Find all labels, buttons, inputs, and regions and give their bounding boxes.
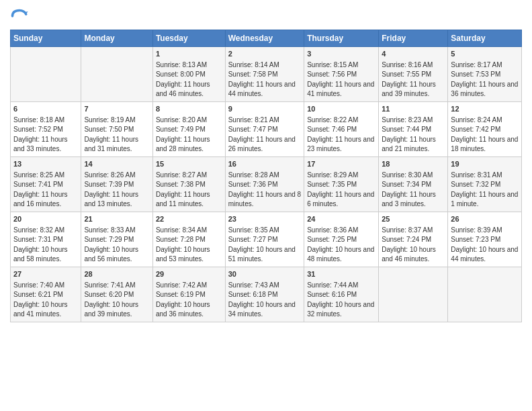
- day-number: 11: [382, 104, 445, 115]
- daylight-text: Daylight: 10 hours and 56 minutes.: [84, 245, 149, 265]
- day-number: 4: [382, 49, 445, 60]
- sunrise-text: Sunrise: 8:27 AM: [156, 171, 222, 181]
- page: SundayMondayTuesdayWednesdayThursdayFrid…: [0, 0, 532, 411]
- day-number: 28: [84, 269, 149, 280]
- daylight-text: Daylight: 10 hours and 51 minutes.: [228, 245, 302, 265]
- day-cell: 13Sunrise: 8:25 AMSunset: 7:41 PMDayligh…: [11, 156, 81, 212]
- sunset-text: Sunset: 7:38 PM: [156, 180, 222, 190]
- sunset-text: Sunset: 6:21 PM: [13, 290, 78, 300]
- sunrise-text: Sunrise: 8:26 AM: [84, 171, 149, 181]
- day-cell: 19Sunrise: 8:31 AMSunset: 7:32 PMDayligh…: [448, 156, 522, 212]
- daylight-text: Daylight: 11 hours and 16 minutes.: [13, 190, 78, 210]
- daylight-text: Daylight: 11 hours and 8 minutes.: [228, 190, 302, 210]
- day-cell: 11Sunrise: 8:23 AMSunset: 7:44 PMDayligh…: [379, 101, 448, 156]
- sunset-text: Sunset: 6:20 PM: [84, 290, 149, 300]
- day-number: 12: [451, 104, 519, 115]
- daylight-text: Daylight: 11 hours and 3 minutes.: [382, 190, 445, 210]
- daylight-text: Daylight: 11 hours and 13 minutes.: [84, 190, 149, 210]
- logo-icon: [10, 7, 29, 26]
- sunset-text: Sunset: 7:47 PM: [228, 125, 302, 135]
- sunrise-text: Sunrise: 8:21 AM: [228, 116, 302, 126]
- sunrise-text: Sunrise: 8:39 AM: [451, 226, 519, 236]
- day-cell: 16Sunrise: 8:28 AMSunset: 7:36 PMDayligh…: [225, 156, 304, 212]
- day-number: 6: [13, 104, 78, 115]
- daylight-text: Daylight: 10 hours and 36 minutes.: [156, 300, 222, 320]
- day-cell: 5Sunrise: 8:17 AMSunset: 7:53 PMDaylight…: [448, 47, 522, 102]
- sunrise-text: Sunrise: 8:35 AM: [228, 226, 302, 236]
- day-number: 31: [307, 269, 375, 280]
- daylight-text: Daylight: 11 hours and 6 minutes.: [307, 190, 375, 210]
- day-number: 9: [228, 104, 302, 115]
- col-header-sunday: Sunday: [11, 30, 81, 47]
- sunrise-text: Sunrise: 8:19 AM: [84, 116, 149, 126]
- day-number: 29: [156, 269, 222, 280]
- sunrise-text: Sunrise: 8:24 AM: [451, 116, 519, 126]
- sunrise-text: Sunrise: 8:29 AM: [307, 171, 375, 181]
- col-header-friday: Friday: [379, 30, 448, 47]
- day-cell: [379, 267, 448, 322]
- day-number: 5: [451, 49, 519, 60]
- sunset-text: Sunset: 7:34 PM: [382, 180, 445, 190]
- day-cell: 10Sunrise: 8:22 AMSunset: 7:46 PMDayligh…: [304, 101, 379, 156]
- day-cell: 25Sunrise: 8:37 AMSunset: 7:24 PMDayligh…: [379, 212, 448, 267]
- daylight-text: Daylight: 11 hours and 11 minutes.: [156, 190, 222, 210]
- day-number: 7: [84, 104, 149, 115]
- col-header-saturday: Saturday: [448, 30, 522, 47]
- day-number: 30: [228, 269, 302, 280]
- daylight-text: Daylight: 11 hours and 31 minutes.: [84, 135, 149, 154]
- week-row-5: 27Sunrise: 7:40 AMSunset: 6:21 PMDayligh…: [11, 267, 522, 322]
- day-cell: 22Sunrise: 8:34 AMSunset: 7:28 PMDayligh…: [152, 212, 225, 267]
- day-number: 1: [156, 49, 222, 60]
- sunset-text: Sunset: 7:41 PM: [13, 180, 78, 190]
- day-cell: 21Sunrise: 8:33 AMSunset: 7:29 PMDayligh…: [81, 212, 152, 267]
- day-cell: 23Sunrise: 8:35 AMSunset: 7:27 PMDayligh…: [225, 212, 304, 267]
- daylight-text: Daylight: 11 hours and 41 minutes.: [307, 80, 375, 99]
- day-cell: 26Sunrise: 8:39 AMSunset: 7:23 PMDayligh…: [448, 212, 522, 267]
- day-cell: 20Sunrise: 8:32 AMSunset: 7:31 PMDayligh…: [11, 212, 81, 267]
- daylight-text: Daylight: 10 hours and 58 minutes.: [13, 245, 78, 265]
- col-header-thursday: Thursday: [304, 30, 379, 47]
- sunset-text: Sunset: 7:36 PM: [228, 180, 302, 190]
- sunrise-text: Sunrise: 8:36 AM: [307, 226, 375, 236]
- daylight-text: Daylight: 10 hours and 39 minutes.: [84, 300, 149, 320]
- sunrise-text: Sunrise: 7:43 AM: [228, 281, 302, 291]
- sunset-text: Sunset: 7:31 PM: [13, 235, 78, 245]
- sunset-text: Sunset: 7:28 PM: [156, 235, 222, 245]
- day-number: 27: [13, 269, 78, 280]
- day-cell: 24Sunrise: 8:36 AMSunset: 7:25 PMDayligh…: [304, 212, 379, 267]
- col-header-wednesday: Wednesday: [225, 30, 304, 47]
- day-number: 17: [307, 159, 375, 170]
- daylight-text: Daylight: 11 hours and 21 minutes.: [382, 135, 445, 154]
- daylight-text: Daylight: 11 hours and 46 minutes.: [156, 80, 222, 99]
- sunrise-text: Sunrise: 8:13 AM: [156, 60, 222, 71]
- sunset-text: Sunset: 7:25 PM: [307, 235, 375, 245]
- sunrise-text: Sunrise: 8:22 AM: [307, 116, 375, 126]
- sunset-text: Sunset: 8:00 PM: [156, 70, 222, 80]
- daylight-text: Daylight: 11 hours and 28 minutes.: [156, 135, 222, 154]
- daylight-text: Daylight: 11 hours and 36 minutes.: [451, 80, 519, 99]
- day-number: 19: [451, 159, 519, 170]
- daylight-text: Daylight: 10 hours and 41 minutes.: [13, 300, 78, 320]
- day-number: 23: [228, 214, 302, 225]
- day-number: 20: [13, 214, 78, 225]
- day-cell: 2Sunrise: 8:14 AMSunset: 7:58 PMDaylight…: [225, 47, 304, 102]
- sunrise-text: Sunrise: 8:23 AM: [382, 116, 445, 126]
- sunrise-text: Sunrise: 7:42 AM: [156, 281, 222, 291]
- day-number: 10: [307, 104, 375, 115]
- sunset-text: Sunset: 6:18 PM: [228, 290, 302, 300]
- daylight-text: Daylight: 11 hours and 39 minutes.: [382, 80, 445, 99]
- day-number: 14: [84, 159, 149, 170]
- sunrise-text: Sunrise: 8:14 AM: [228, 60, 302, 71]
- day-number: 15: [156, 159, 222, 170]
- daylight-text: Daylight: 11 hours and 26 minutes.: [228, 135, 302, 154]
- day-cell: 28Sunrise: 7:41 AMSunset: 6:20 PMDayligh…: [81, 267, 152, 322]
- sunset-text: Sunset: 7:49 PM: [156, 125, 222, 135]
- day-number: 3: [307, 49, 375, 60]
- sunrise-text: Sunrise: 8:28 AM: [228, 171, 302, 181]
- day-number: 16: [228, 159, 302, 170]
- day-number: 13: [13, 159, 78, 170]
- day-cell: 4Sunrise: 8:16 AMSunset: 7:55 PMDaylight…: [379, 47, 448, 102]
- sunset-text: Sunset: 6:19 PM: [156, 290, 222, 300]
- daylight-text: Daylight: 10 hours and 32 minutes.: [307, 300, 375, 320]
- day-cell: 17Sunrise: 8:29 AMSunset: 7:35 PMDayligh…: [304, 156, 379, 212]
